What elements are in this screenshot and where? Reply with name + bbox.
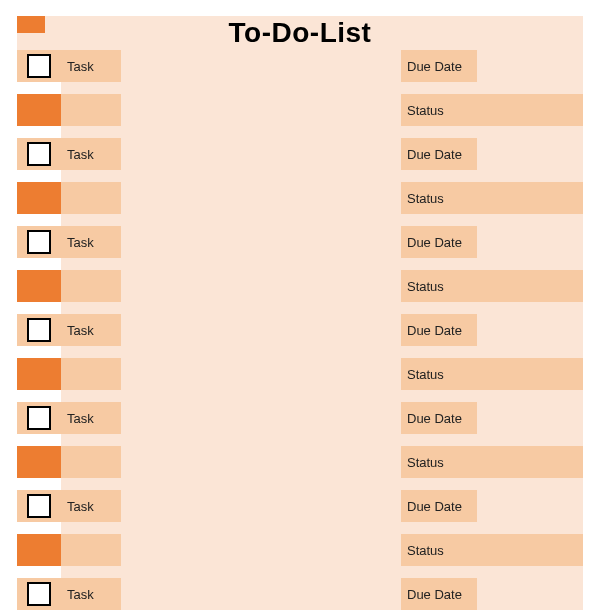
checkbox-icon[interactable] [27, 582, 51, 606]
checkbox-icon[interactable] [27, 142, 51, 166]
task-row: Task Due Date Status [17, 314, 583, 402]
task-row: Task Due Date [17, 578, 583, 610]
status-value[interactable] [477, 270, 583, 302]
task-row: Task Due Date Status [17, 490, 583, 578]
status-label: Status [401, 94, 477, 126]
task-value[interactable] [121, 138, 401, 170]
status-label: Status [401, 182, 477, 214]
page-title: To-Do-List [17, 17, 583, 49]
title-row: To-Do-List [17, 16, 583, 50]
task-label: Task [61, 402, 121, 434]
due-label: Due Date [401, 226, 477, 258]
due-label: Due Date [401, 578, 477, 610]
task-row: Task Due Date Status [17, 402, 583, 490]
task-row: Task Due Date Status [17, 226, 583, 314]
due-label: Due Date [401, 50, 477, 82]
due-value[interactable] [477, 314, 583, 346]
status-label: Status [401, 534, 477, 566]
due-value[interactable] [477, 490, 583, 522]
todo-sheet: To-Do-List Task Due Date Status [17, 16, 583, 610]
task-value[interactable] [121, 226, 401, 258]
task-label: Task [61, 578, 121, 610]
due-label: Due Date [401, 314, 477, 346]
task-row: Task Due Date Status [17, 138, 583, 226]
due-value[interactable] [477, 138, 583, 170]
checkbox-icon[interactable] [27, 494, 51, 518]
task-value[interactable] [121, 578, 401, 610]
status-label: Status [401, 270, 477, 302]
task-label: Task [61, 50, 121, 82]
status-label: Status [401, 358, 477, 390]
status-value[interactable] [477, 94, 583, 126]
due-label: Due Date [401, 490, 477, 522]
due-value[interactable] [477, 226, 583, 258]
task-value[interactable] [121, 402, 401, 434]
checkbox-icon[interactable] [27, 406, 51, 430]
status-value[interactable] [477, 534, 583, 566]
task-label: Task [61, 226, 121, 258]
task-value[interactable] [121, 314, 401, 346]
due-value[interactable] [477, 578, 583, 610]
status-value[interactable] [477, 358, 583, 390]
task-value[interactable] [121, 490, 401, 522]
task-row: Task Due Date Status [17, 50, 583, 138]
status-label: Status [401, 446, 477, 478]
task-label: Task [61, 490, 121, 522]
checkbox-icon[interactable] [27, 54, 51, 78]
checkbox-icon[interactable] [27, 318, 51, 342]
checkbox-cell [17, 50, 61, 82]
checkbox-icon[interactable] [27, 230, 51, 254]
task-label: Task [61, 314, 121, 346]
status-value[interactable] [477, 182, 583, 214]
status-value[interactable] [477, 446, 583, 478]
due-value[interactable] [477, 50, 583, 82]
title-accent [17, 16, 45, 33]
due-label: Due Date [401, 402, 477, 434]
task-value[interactable] [121, 50, 401, 82]
due-label: Due Date [401, 138, 477, 170]
due-value[interactable] [477, 402, 583, 434]
task-label: Task [61, 138, 121, 170]
